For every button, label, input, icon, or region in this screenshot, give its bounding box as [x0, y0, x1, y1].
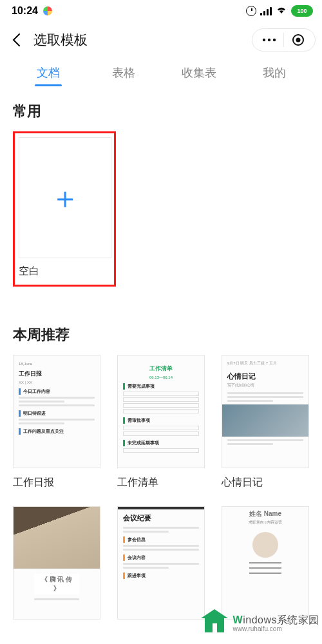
section-frequent: 常用 ＋ 空白 [0, 88, 322, 287]
tab-spreadsheet[interactable]: 表格 [86, 58, 161, 88]
page-header: 选取模板 [0, 22, 322, 58]
wifi-icon [276, 5, 287, 17]
app-indicator-icon [43, 6, 52, 15]
svg-point-1 [268, 39, 270, 41]
page-title: 选取模板 [33, 31, 245, 49]
back-button[interactable] [5, 29, 27, 51]
template-preview: 工作清单 06.13—06.14 需要完成事项 需审批事项 未完成延期事项 [117, 355, 205, 468]
template-blank-label: 空白 [19, 265, 110, 278]
template-label: 工作清单 [117, 476, 205, 489]
svg-point-4 [296, 38, 301, 43]
tab-mine[interactable]: 我的 [236, 58, 312, 88]
template-preview: 9月7日 晴天 风力三级 7 五月 心情日记 写下此刻的心情 [222, 355, 309, 468]
template-item-checklist[interactable]: 工作清单 06.13—06.14 需要完成事项 需审批事项 未完成延期事项 工作… [117, 355, 205, 489]
template-preview: 18,June 工作日报 XX | XX 今日工作内容 明日待跟进 工作问题及重… [13, 355, 100, 468]
status-time: 10:24 [12, 5, 38, 17]
highlight-frame: ＋ 空白 [13, 131, 116, 287]
cellular-signal-icon [260, 6, 272, 15]
template-item-daily-report[interactable]: 18,June 工作日报 XX | XX 今日工作内容 明日待跟进 工作问题及重… [13, 355, 100, 489]
template-item-book[interactable]: 《 腾 讯 传 》 [13, 506, 100, 620]
template-item-meeting[interactable]: 会议纪要 参会信息 会议内容 跟进事项 [117, 506, 205, 620]
svg-point-0 [263, 39, 265, 41]
template-blank[interactable]: ＋ [19, 137, 111, 258]
tab-document[interactable]: 文档 [10, 58, 86, 88]
section-weekly: 本周推荐 18,June 工作日报 XX | XX 今日工作内容 明日待跟进 工… [0, 287, 322, 620]
template-item-resume[interactable]: 姓名 Name 求职意向 | 内容运营 [222, 506, 309, 620]
plus-icon: ＋ [50, 183, 80, 213]
battery-icon: 100 [291, 5, 313, 17]
template-preview: 姓名 Name 求职意向 | 内容运营 [222, 506, 309, 620]
section-frequent-title: 常用 [13, 102, 309, 121]
template-label: 心情日记 [222, 476, 309, 489]
tab-bar: 文档 表格 收集表 我的 [0, 58, 322, 88]
tab-form[interactable]: 收集表 [161, 58, 236, 88]
close-mini-program-button[interactable] [284, 28, 312, 52]
section-weekly-title: 本周推荐 [13, 325, 309, 345]
more-button[interactable] [255, 28, 283, 52]
template-preview: 《 腾 讯 传 》 [13, 506, 100, 620]
status-bar: 10:24 100 [0, 0, 322, 22]
template-item-diary[interactable]: 9月7日 晴天 风力三级 7 五月 心情日记 写下此刻的心情 心情日记 [222, 355, 309, 489]
template-label: 工作日报 [13, 476, 100, 489]
svg-point-2 [273, 39, 276, 41]
alarm-icon [246, 6, 256, 16]
template-preview: 会议纪要 参会信息 会议内容 跟进事项 [117, 506, 205, 620]
capsule-actions [252, 28, 316, 52]
